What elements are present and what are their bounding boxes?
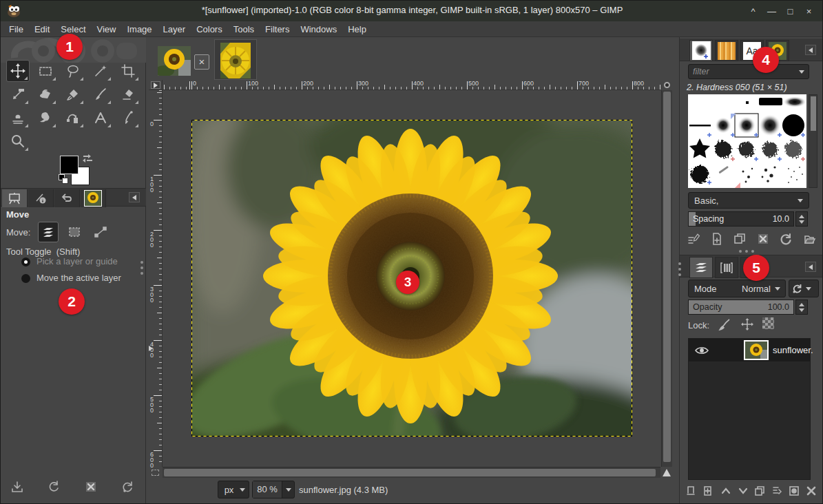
shade-button[interactable]: ^ bbox=[744, 6, 762, 17]
tool-move[interactable] bbox=[6, 60, 30, 82]
vertical-scrollbar-thumb[interactable] bbox=[663, 92, 671, 462]
spin-down-icon[interactable] bbox=[799, 220, 804, 224]
foreground-color-swatch[interactable] bbox=[60, 156, 79, 174]
restore-preset-icon[interactable] bbox=[47, 480, 61, 494]
horizontal-scrollbar[interactable] bbox=[163, 467, 660, 478]
tool-crop[interactable] bbox=[116, 60, 140, 82]
tool-smudge[interactable] bbox=[34, 107, 57, 129]
menu-layer[interactable]: Layer bbox=[158, 23, 191, 36]
menu-filters[interactable]: Filters bbox=[260, 23, 295, 36]
tool-paths[interactable] bbox=[61, 107, 85, 129]
tool-paintbrush[interactable] bbox=[89, 83, 112, 105]
lock-alpha-icon[interactable] bbox=[762, 317, 774, 329]
minimize-button[interactable]: — bbox=[762, 6, 781, 17]
brush-filter-box[interactable] bbox=[688, 64, 809, 79]
move-path-button[interactable] bbox=[90, 222, 111, 242]
menu-help[interactable]: Help bbox=[342, 23, 372, 36]
merge-down-icon[interactable] bbox=[771, 485, 783, 497]
move-layer-button[interactable] bbox=[38, 222, 59, 242]
duplicate-brush-icon[interactable] bbox=[733, 232, 747, 246]
close-image-button[interactable]: × bbox=[194, 54, 209, 70]
navigation-button[interactable] bbox=[661, 467, 672, 478]
layer-thumbnail[interactable] bbox=[744, 340, 769, 360]
image-tab-flower2[interactable] bbox=[214, 39, 257, 80]
tool-rectangle-select[interactable] bbox=[34, 60, 57, 82]
menu-image[interactable]: Image bbox=[121, 23, 157, 36]
refresh-brushes-icon[interactable] bbox=[779, 232, 793, 246]
layer-visible-icon[interactable] bbox=[694, 345, 709, 356]
menu-file[interactable]: File bbox=[3, 23, 29, 36]
tool-free-select[interactable] bbox=[61, 60, 85, 82]
new-brush-icon[interactable] bbox=[710, 232, 724, 246]
spacing-slider[interactable]: Spacing 10.0 bbox=[688, 211, 794, 227]
new-layer-group-icon[interactable] bbox=[702, 485, 715, 497]
close-button[interactable]: × bbox=[800, 6, 818, 17]
tab-images[interactable] bbox=[81, 189, 106, 207]
tab-tool-options[interactable] bbox=[2, 189, 28, 207]
radio-pick-layer[interactable] bbox=[21, 258, 30, 266]
image-tab-sunflower[interactable] bbox=[158, 46, 191, 76]
spin-down-icon[interactable] bbox=[799, 308, 804, 312]
duplicate-layer-icon[interactable] bbox=[753, 485, 766, 497]
brush-grid-scrollbar[interactable] bbox=[809, 94, 817, 188]
tool-fuzzy-select[interactable] bbox=[89, 60, 112, 82]
edit-brush-icon[interactable] bbox=[687, 232, 700, 246]
zoom-follow-window-button[interactable] bbox=[662, 81, 671, 90]
layer-list[interactable]: sunflower. bbox=[688, 338, 811, 480]
tool-alignment[interactable] bbox=[6, 83, 30, 105]
ruler-corner-button[interactable] bbox=[149, 80, 163, 90]
vertical-ruler[interactable]: 0 100 200 300 400 500 600 bbox=[149, 90, 163, 467]
add-mask-icon[interactable] bbox=[788, 485, 800, 497]
tab-brushes[interactable] bbox=[689, 40, 713, 61]
move-selection-button[interactable] bbox=[64, 222, 85, 242]
layers-collapse-button[interactable] bbox=[805, 262, 816, 272]
opacity-spinner[interactable] bbox=[795, 300, 808, 315]
left-dock-collapse-button[interactable] bbox=[129, 192, 140, 202]
delete-brush-icon[interactable] bbox=[756, 232, 770, 246]
zoom-dropdown[interactable]: 80 % bbox=[252, 481, 295, 498]
spin-up-icon[interactable] bbox=[799, 215, 804, 218]
menu-view[interactable]: View bbox=[92, 23, 122, 36]
vertical-scrollbar[interactable] bbox=[661, 90, 672, 467]
tool-eraser[interactable] bbox=[116, 83, 140, 105]
menu-edit[interactable]: Edit bbox=[29, 23, 55, 36]
save-preset-icon[interactable] bbox=[10, 480, 24, 494]
tool-ink-pen[interactable] bbox=[116, 107, 140, 129]
brush-grid-scrollbar-thumb[interactable] bbox=[811, 96, 816, 131]
opacity-slider[interactable]: Opacity 100.0 bbox=[688, 300, 794, 315]
quick-mask-button[interactable] bbox=[149, 468, 161, 478]
spacing-spinner[interactable] bbox=[795, 211, 808, 227]
brush-group-dropdown[interactable]: Basic, bbox=[688, 192, 809, 209]
menu-tools[interactable]: Tools bbox=[228, 23, 260, 36]
menu-select[interactable]: Select bbox=[55, 23, 91, 36]
swap-colors-icon[interactable] bbox=[81, 153, 92, 164]
lock-position-icon[interactable] bbox=[740, 317, 754, 331]
tool-bucket-fill[interactable] bbox=[34, 83, 57, 105]
reset-tool-icon[interactable] bbox=[121, 480, 134, 494]
default-colors-icon[interactable] bbox=[59, 174, 67, 183]
tab-device-status[interactable] bbox=[28, 189, 54, 207]
brush-grid[interactable] bbox=[688, 94, 806, 188]
tool-text[interactable] bbox=[89, 107, 112, 129]
maximize-button[interactable]: □ bbox=[781, 6, 800, 17]
brushes-panel-handle[interactable] bbox=[739, 250, 754, 253]
lock-pixels-icon[interactable] bbox=[718, 317, 731, 331]
open-brush-icon[interactable] bbox=[802, 232, 816, 246]
tab-patterns[interactable] bbox=[715, 40, 738, 61]
spin-up-icon[interactable] bbox=[799, 303, 804, 306]
tool-gradient[interactable] bbox=[61, 83, 85, 105]
menu-windows[interactable]: Windows bbox=[295, 23, 342, 36]
horizontal-scrollbar-thumb[interactable] bbox=[164, 469, 656, 476]
left-dock-resize-handle[interactable] bbox=[140, 261, 143, 275]
brush-filter-input[interactable] bbox=[689, 67, 799, 76]
tab-channels[interactable] bbox=[715, 257, 738, 278]
brushes-collapse-button[interactable] bbox=[805, 45, 816, 55]
layer-row-sunflower[interactable]: sunflower. bbox=[689, 339, 810, 361]
delete-preset-icon[interactable] bbox=[84, 480, 98, 494]
raise-layer-icon[interactable] bbox=[720, 485, 732, 497]
layer-mode-dropdown[interactable]: Mode Normal bbox=[688, 280, 786, 297]
tab-layers[interactable] bbox=[689, 257, 713, 278]
mode-switch-button[interactable] bbox=[789, 280, 819, 297]
tool-zoom[interactable] bbox=[6, 130, 30, 152]
tool-clone[interactable] bbox=[6, 107, 30, 129]
